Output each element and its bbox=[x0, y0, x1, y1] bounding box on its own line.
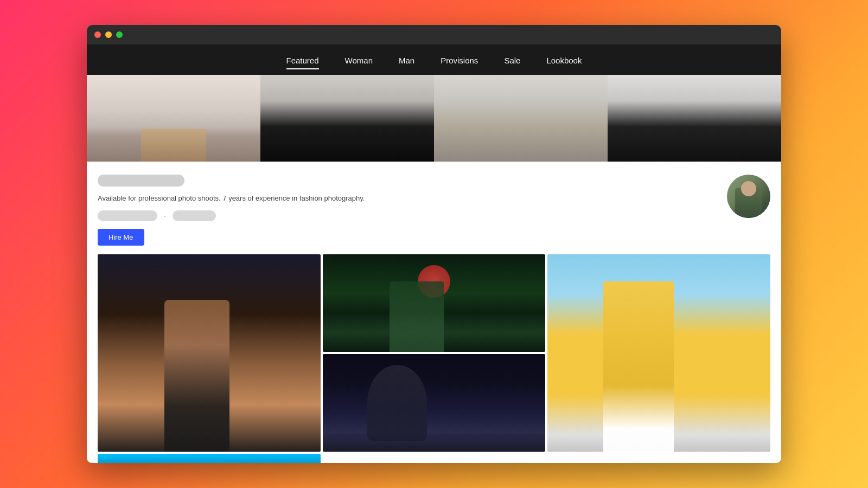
bio-section: Available for professional photo shoots.… bbox=[87, 162, 781, 254]
nav-items: Featured Woman Man Provisions Sale Lookb… bbox=[286, 56, 582, 75]
site-content: Featured Woman Man Provisions Sale Lookb… bbox=[87, 44, 781, 463]
nav-item-woman[interactable]: Woman bbox=[345, 56, 373, 67]
bio-name-placeholder bbox=[98, 175, 184, 187]
nav-item-lookbook[interactable]: Lookbook bbox=[546, 56, 582, 67]
bio-left: Available for professional photo shoots.… bbox=[98, 175, 727, 246]
browser-window: Featured Woman Man Provisions Sale Lookb… bbox=[87, 25, 781, 463]
hero-panel-shoes bbox=[87, 75, 260, 162]
bio-tags: · bbox=[98, 210, 727, 221]
hero-panel-beige-outfit bbox=[434, 75, 608, 162]
bio-tag-2 bbox=[173, 210, 216, 221]
gallery-photo-4 bbox=[547, 254, 770, 452]
hero-strip bbox=[87, 75, 781, 162]
browser-titlebar bbox=[87, 25, 781, 44]
gallery-item-purple-hair[interactable] bbox=[98, 254, 321, 452]
nav-item-sale[interactable]: Sale bbox=[504, 56, 520, 67]
gallery-grid bbox=[87, 254, 781, 464]
gallery-photo-5 bbox=[98, 454, 321, 464]
gallery-photo-2 bbox=[323, 254, 546, 352]
gallery-item-man-green[interactable] bbox=[323, 254, 546, 352]
hero-panel-black-outfit bbox=[260, 75, 434, 162]
hire-me-button[interactable]: Hire Me bbox=[98, 229, 144, 246]
close-button[interactable] bbox=[94, 31, 101, 38]
gallery-item-yellow-outfit[interactable] bbox=[547, 254, 770, 452]
gallery-photo-3 bbox=[323, 354, 546, 452]
bio-tag-separator: · bbox=[164, 211, 166, 220]
nav-item-provisions[interactable]: Provisions bbox=[441, 56, 478, 67]
avatar bbox=[727, 175, 770, 218]
gallery-photo-1 bbox=[98, 254, 321, 452]
nav-item-featured[interactable]: Featured bbox=[286, 56, 319, 67]
bio-description: Available for professional photo shoots.… bbox=[98, 193, 727, 204]
gallery-item-dark-sunglasses[interactable] bbox=[323, 354, 546, 452]
maximize-button[interactable] bbox=[116, 31, 123, 38]
minimize-button[interactable] bbox=[105, 31, 112, 38]
hero-panel-dark-shoes bbox=[608, 75, 781, 162]
bio-tag-1 bbox=[98, 210, 157, 221]
main-nav: Featured Woman Man Provisions Sale Lookb… bbox=[87, 44, 781, 75]
gallery-item-cyan[interactable] bbox=[98, 454, 321, 464]
nav-item-man[interactable]: Man bbox=[399, 56, 414, 67]
